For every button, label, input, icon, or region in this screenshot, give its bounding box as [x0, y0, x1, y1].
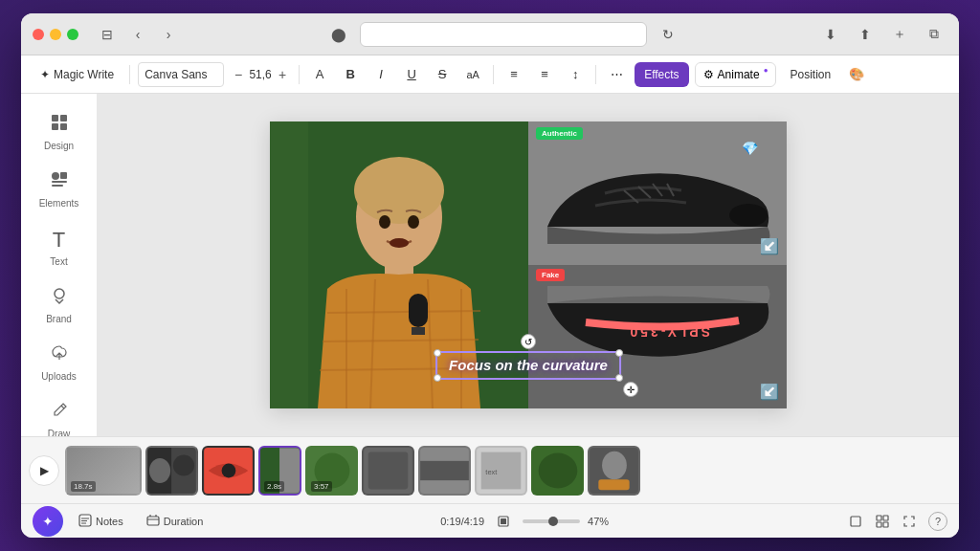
- magic-write-button[interactable]: ✦ Magic Write: [33, 61, 122, 88]
- canvas-content: Authentic 💎 ↙️: [270, 121, 787, 408]
- canva-icon: ⬤: [325, 21, 352, 48]
- extra-options-button[interactable]: 🎨: [844, 62, 869, 87]
- timeline-clip-2[interactable]: [145, 446, 198, 496]
- address-bar[interactable]: [360, 22, 647, 47]
- zoom-slider[interactable]: [523, 519, 580, 523]
- resize-handle-tr[interactable]: [615, 349, 623, 357]
- draw-icon: [50, 401, 69, 425]
- rotate-handle[interactable]: ↺: [521, 334, 536, 349]
- canvas-area[interactable]: Authentic 💎 ↙️: [98, 94, 959, 436]
- timeline-clip-1[interactable]: 18.7s: [65, 446, 142, 496]
- strikethrough-button[interactable]: S: [430, 62, 455, 87]
- sidebar-item-uploads[interactable]: Uploads: [25, 336, 94, 389]
- svg-rect-59: [501, 518, 506, 524]
- timeline-clip-3[interactable]: [202, 446, 255, 496]
- move-handle[interactable]: ✛: [623, 382, 638, 397]
- svg-text:SPLY-350: SPLY-350: [627, 324, 710, 340]
- timeline-clip-9[interactable]: [531, 446, 584, 496]
- play-button[interactable]: ▶: [29, 455, 59, 486]
- caption-box[interactable]: ↺ ✛ Focus on the curvature: [435, 351, 621, 380]
- timeline-clip-8[interactable]: text: [475, 446, 527, 496]
- sidebar-item-elements[interactable]: Elements: [25, 163, 94, 216]
- more-options-button[interactable]: ⋯: [604, 62, 629, 87]
- timeline-clip-4[interactable]: 2.8s: [258, 446, 301, 496]
- svg-point-46: [539, 452, 578, 488]
- timeline-clip-6[interactable]: [362, 446, 414, 496]
- sidebar: Design Elements T Text: [21, 94, 98, 436]
- grid-view-button[interactable]: [871, 510, 894, 533]
- svg-rect-54: [147, 517, 159, 525]
- tabs-icon[interactable]: ⧉: [921, 21, 947, 48]
- sidebar-item-design[interactable]: Design: [25, 105, 94, 159]
- notes-icon: [78, 514, 92, 529]
- sidebar-item-draw[interactable]: Draw: [25, 393, 94, 436]
- svg-point-16: [354, 157, 444, 224]
- font-color-button[interactable]: A: [307, 62, 332, 87]
- toolbar-divider-3: [493, 65, 494, 84]
- share-icon[interactable]: ⬆: [852, 21, 879, 48]
- svg-rect-21: [409, 294, 428, 327]
- italic-button[interactable]: I: [368, 62, 393, 87]
- close-button[interactable]: [33, 29, 44, 40]
- back-button[interactable]: ‹: [124, 21, 151, 48]
- align-center-button[interactable]: ≡: [532, 62, 557, 87]
- position-button[interactable]: Position: [782, 62, 838, 87]
- case-button[interactable]: aA: [460, 62, 485, 87]
- svg-point-48: [602, 451, 627, 479]
- timeline-clip-7[interactable]: [418, 446, 471, 496]
- resize-handle-tl[interactable]: [434, 349, 441, 357]
- align-left-button[interactable]: ≡: [501, 62, 526, 87]
- zoom-control: [523, 519, 580, 523]
- sidebar-item-text[interactable]: T Text: [25, 220, 94, 275]
- refresh-icon[interactable]: ↻: [655, 21, 681, 48]
- text-icon: T: [53, 228, 65, 253]
- uploads-label: Uploads: [41, 371, 77, 382]
- svg-rect-39: [368, 452, 409, 489]
- timeline: ▶ 18.7s: [21, 436, 959, 503]
- svg-rect-0: [52, 115, 58, 121]
- font-size-increase[interactable]: +: [274, 66, 291, 83]
- authentic-badge: Authentic: [536, 127, 583, 140]
- single-view-button[interactable]: [844, 510, 867, 533]
- total-time: 4:19: [464, 516, 484, 527]
- animate-button[interactable]: ⚙ Animate ●: [695, 62, 777, 87]
- download-icon[interactable]: ⬇: [817, 21, 844, 48]
- bold-button[interactable]: B: [338, 62, 363, 87]
- notes-button[interactable]: Notes: [71, 510, 131, 533]
- resize-handle-bl[interactable]: [434, 374, 441, 382]
- svg-rect-41: [420, 460, 469, 479]
- line-spacing-button[interactable]: ↕: [563, 62, 588, 87]
- font-size-decrease[interactable]: −: [230, 66, 247, 83]
- sidebar-item-brand[interactable]: Brand: [25, 278, 94, 332]
- shoe-bottom: SPLY-350 Fake ↙️: [528, 265, 787, 408]
- fullscreen-button[interactable]: [898, 510, 921, 533]
- minimize-button[interactable]: [50, 29, 61, 40]
- fake-badge: Fake: [536, 269, 565, 281]
- svg-rect-6: [52, 181, 67, 183]
- canvas[interactable]: Authentic 💎 ↙️: [270, 121, 787, 408]
- resize-handle-br[interactable]: [615, 374, 623, 382]
- help-button[interactable]: ?: [928, 512, 947, 531]
- svg-rect-2: [52, 123, 58, 130]
- fit-to-screen-button[interactable]: [492, 510, 515, 533]
- maximize-button[interactable]: [67, 29, 78, 40]
- animate-label: Animate: [718, 68, 760, 81]
- caption-text[interactable]: Focus on the curvature: [449, 357, 608, 373]
- effects-label: Effects: [644, 68, 679, 81]
- animate-icon: ⚙: [703, 68, 714, 81]
- zoom-thumb[interactable]: [548, 517, 558, 526]
- duration-button[interactable]: Duration: [139, 510, 212, 533]
- underline-button[interactable]: U: [399, 62, 424, 87]
- sidebar-toggle-button[interactable]: ⊟: [94, 21, 121, 48]
- timeline-clip-10[interactable]: [588, 446, 640, 496]
- svg-text:text: text: [485, 467, 497, 475]
- new-tab-icon[interactable]: ＋: [886, 21, 913, 48]
- shoe-yeezy-authentic: Authentic 💎 ↙️: [528, 121, 787, 265]
- magic-circle-button[interactable]: ✦: [33, 506, 63, 537]
- position-label: Position: [790, 68, 831, 81]
- timeline-clip-5[interactable]: 3:57: [305, 446, 358, 496]
- forward-button[interactable]: ›: [155, 21, 182, 48]
- effects-button[interactable]: Effects: [635, 62, 688, 87]
- font-selector[interactable]: Canva Sans: [138, 62, 224, 87]
- svg-rect-1: [60, 115, 67, 121]
